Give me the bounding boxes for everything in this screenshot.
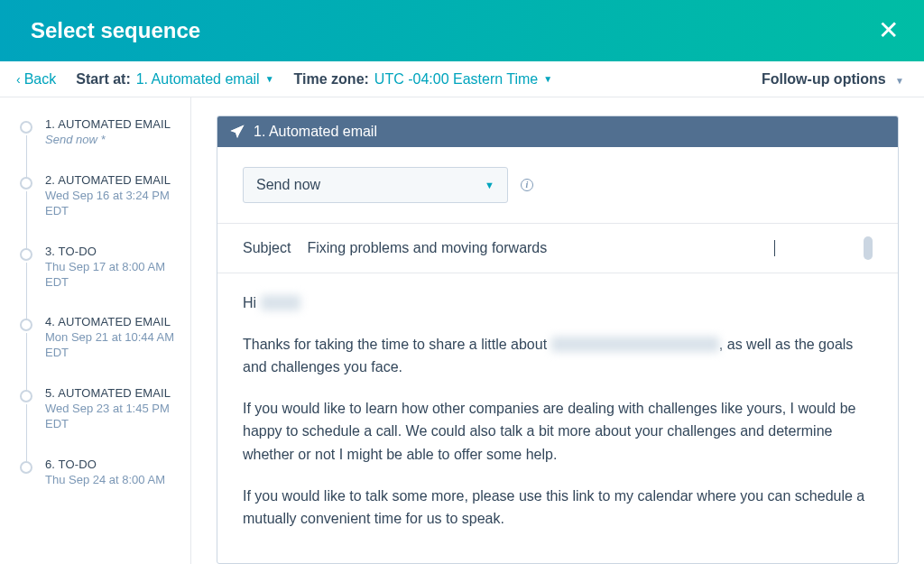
step-title: 6. TO-DO	[45, 458, 180, 471]
caret-down-icon: ▼	[265, 74, 274, 84]
email-card: 1. Automated email Send now ▼ Subject	[217, 116, 899, 564]
back-button[interactable]: ‹ Back	[16, 71, 56, 88]
step-meta: Wed Sep 16 at 3:24 PM EDT	[45, 189, 180, 219]
step-title: 4. AUTOMATED EMAIL	[45, 315, 180, 328]
subject-left: Subject	[243, 240, 775, 256]
step-dot	[20, 121, 32, 134]
step-meta: Wed Sep 23 at 1:45 PM EDT	[45, 402, 180, 432]
step-title: 3. TO-DO	[45, 245, 180, 258]
step-dot	[20, 390, 32, 402]
greeting-prefix: Hi	[243, 295, 261, 310]
body-area: 1. AUTOMATED EMAILSend now *2. AUTOMATED…	[0, 97, 924, 564]
info-icon[interactable]	[521, 179, 533, 191]
start-at-dropdown[interactable]: 1. Automated email ▼	[136, 71, 274, 88]
step-connector	[26, 135, 27, 179]
subject-label: Subject	[243, 240, 291, 256]
step-dot	[20, 461, 32, 474]
redacted-company: company placeholder text	[551, 337, 719, 352]
step-title: 5. AUTOMATED EMAIL	[45, 386, 180, 400]
close-icon[interactable]: ✕	[878, 18, 899, 43]
card-title: 1. Automated email	[254, 124, 377, 140]
card-header: 1. Automated email	[217, 116, 898, 147]
step-connector	[26, 404, 27, 463]
card-body: Send now ▼ Subject	[217, 147, 898, 559]
sequence-timeline[interactable]: 1. AUTOMATED EMAILSend now *2. AUTOMATED…	[0, 97, 191, 564]
time-zone-dropdown[interactable]: UTC -04:00 Eastern Time ▼	[374, 71, 552, 88]
step-dot	[20, 319, 32, 331]
email-paragraph: Thanks for taking the time to share a li…	[243, 333, 873, 379]
timeline-step[interactable]: 3. TO-DOThu Sep 17 at 8:00 AM EDT	[20, 245, 180, 291]
email-greeting: Hi name	[243, 291, 873, 315]
timeline-step[interactable]: 2. AUTOMATED EMAILWed Sep 16 at 3:24 PM …	[20, 173, 180, 219]
redacted-name: name	[261, 295, 300, 310]
toolbar-left: ‹ Back Start at: 1. Automated email ▼ Ti…	[16, 71, 552, 88]
step-title: 2. AUTOMATED EMAIL	[45, 173, 180, 187]
paper-plane-icon	[230, 125, 245, 139]
timeline-step[interactable]: 4. AUTOMATED EMAILMon Sep 21 at 10:44 AM…	[20, 315, 180, 361]
followup-label: Follow-up options	[762, 71, 886, 87]
back-label: Back	[24, 71, 57, 88]
send-time-value: Send now	[256, 177, 320, 193]
step-meta: Mon Sep 21 at 10:44 AM EDT	[45, 330, 180, 361]
email-paragraph: If you would like to learn how other com…	[243, 397, 873, 467]
timeline-step[interactable]: 5. AUTOMATED EMAILWed Sep 23 at 1:45 PM …	[20, 386, 180, 432]
caret-down-icon: ▼	[895, 76, 904, 86]
step-dot	[20, 177, 32, 190]
modal-title: Select sequence	[31, 18, 200, 43]
step-meta: Thu Sep 17 at 8:00 AM EDT	[45, 260, 180, 291]
editor-column: 1. Automated email Send now ▼ Subject	[191, 97, 924, 564]
modal-header: Select sequence ✕	[0, 0, 924, 61]
toolbar: ‹ Back Start at: 1. Automated email ▼ Ti…	[0, 61, 924, 97]
step-connector	[26, 333, 27, 392]
step-connector	[26, 191, 27, 250]
caret-down-icon: ▼	[485, 180, 494, 190]
step-meta: Send now *	[45, 133, 180, 148]
step-title: 1. AUTOMATED EMAIL	[45, 117, 180, 131]
text-cursor	[774, 240, 775, 256]
time-zone-value: UTC -04:00 Eastern Time	[374, 71, 538, 88]
start-at-group: Start at: 1. Automated email ▼	[76, 71, 273, 88]
email-paragraph: If you would like to talk some more, ple…	[243, 485, 873, 531]
send-row: Send now ▼	[243, 167, 873, 203]
time-zone-group: Time zone: UTC -04:00 Eastern Time ▼	[294, 71, 553, 88]
start-at-label: Start at:	[76, 71, 130, 88]
subject-row: Subject	[243, 224, 873, 273]
chevron-left-icon: ‹	[16, 72, 21, 87]
scrollbar-thumb[interactable]	[864, 236, 873, 260]
email-body-editor[interactable]: Hi name Thanks for taking the time to sh…	[243, 273, 873, 559]
timeline-step[interactable]: 6. TO-DOThu Sep 24 at 8:00 AM	[20, 458, 180, 488]
subject-input[interactable]	[307, 240, 776, 256]
timeline-step[interactable]: 1. AUTOMATED EMAILSend now *	[20, 117, 180, 148]
start-at-value: 1. Automated email	[136, 71, 260, 88]
subject-input-wrapper[interactable]	[307, 240, 775, 256]
followup-options-dropdown[interactable]: Follow-up options ▼	[762, 71, 904, 88]
step-connector	[26, 263, 27, 321]
send-time-dropdown[interactable]: Send now ▼	[243, 167, 508, 203]
step-meta: Thu Sep 24 at 8:00 AM	[45, 473, 180, 488]
caret-down-icon: ▼	[543, 74, 552, 84]
time-zone-label: Time zone:	[294, 71, 369, 88]
step-dot	[20, 248, 32, 261]
